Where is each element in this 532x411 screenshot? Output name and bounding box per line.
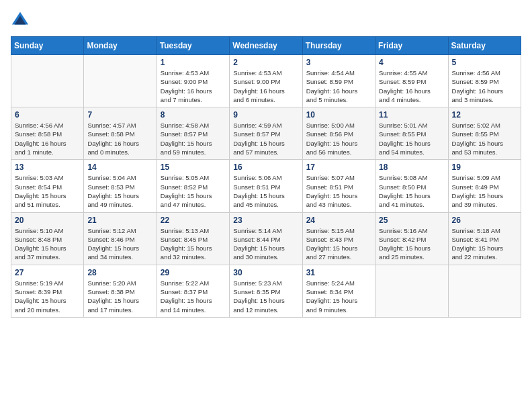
day-number: 12 (452, 110, 517, 120)
calendar-cell (84, 55, 157, 107)
page-header (11, 11, 521, 30)
day-number: 21 (87, 216, 152, 225)
day-number: 17 (306, 163, 371, 172)
day-number: 20 (15, 216, 80, 225)
calendar-cell: 3Sunrise: 4:54 AM Sunset: 8:59 PM Daylig… (302, 55, 375, 107)
calendar-cell: 12Sunrise: 5:02 AM Sunset: 8:55 PM Dayli… (448, 107, 521, 160)
day-number: 18 (379, 163, 444, 172)
day-number: 13 (15, 163, 80, 172)
calendar-cell: 31Sunrise: 5:24 AM Sunset: 8:34 PM Dayli… (302, 265, 375, 317)
day-info: Sunrise: 5:02 AM Sunset: 8:55 PM Dayligh… (452, 121, 517, 156)
calendar-cell: 18Sunrise: 5:08 AM Sunset: 8:50 PM Dayli… (375, 160, 448, 212)
day-info: Sunrise: 4:56 AM Sunset: 8:59 PM Dayligh… (452, 68, 517, 104)
day-info: Sunrise: 5:12 AM Sunset: 8:46 PM Dayligh… (87, 226, 152, 262)
day-info: Sunrise: 5:08 AM Sunset: 8:50 PM Dayligh… (379, 173, 444, 209)
day-number: 3 (306, 58, 371, 67)
day-info: Sunrise: 4:58 AM Sunset: 8:57 PM Dayligh… (161, 121, 226, 156)
weekday-header: Friday (375, 37, 448, 55)
calendar-cell: 1Sunrise: 4:53 AM Sunset: 9:00 PM Daylig… (157, 55, 229, 107)
day-number: 31 (306, 268, 371, 277)
weekday-header: Tuesday (157, 37, 229, 55)
calendar-cell: 11Sunrise: 5:01 AM Sunset: 8:55 PM Dayli… (375, 107, 448, 160)
day-number: 4 (379, 58, 444, 67)
day-info: Sunrise: 4:59 AM Sunset: 8:57 PM Dayligh… (233, 121, 298, 156)
day-info: Sunrise: 5:01 AM Sunset: 8:55 PM Dayligh… (379, 121, 444, 156)
day-number: 14 (87, 163, 152, 172)
calendar-cell: 25Sunrise: 5:16 AM Sunset: 8:42 PM Dayli… (375, 212, 448, 265)
day-number: 22 (161, 216, 226, 225)
calendar-cell: 20Sunrise: 5:10 AM Sunset: 8:48 PM Dayli… (11, 212, 84, 265)
calendar-week-row: 13Sunrise: 5:03 AM Sunset: 8:54 PM Dayli… (11, 160, 521, 212)
calendar-cell: 7Sunrise: 4:57 AM Sunset: 8:58 PM Daylig… (84, 107, 157, 160)
weekday-header: Sunday (11, 37, 84, 55)
day-info: Sunrise: 5:16 AM Sunset: 8:42 PM Dayligh… (379, 226, 444, 262)
calendar-cell: 4Sunrise: 4:55 AM Sunset: 8:59 PM Daylig… (375, 55, 448, 107)
weekday-header: Monday (84, 37, 157, 55)
day-number: 28 (87, 268, 152, 277)
day-number: 7 (87, 110, 152, 120)
day-number: 25 (379, 216, 444, 225)
calendar-cell (448, 265, 521, 317)
day-info: Sunrise: 4:57 AM Sunset: 8:58 PM Dayligh… (87, 121, 152, 156)
weekday-header: Thursday (302, 37, 375, 55)
day-info: Sunrise: 4:54 AM Sunset: 8:59 PM Dayligh… (306, 68, 371, 104)
logo-icon (11, 11, 30, 30)
day-info: Sunrise: 5:06 AM Sunset: 8:51 PM Dayligh… (233, 173, 298, 209)
calendar-week-row: 27Sunrise: 5:19 AM Sunset: 8:39 PM Dayli… (11, 265, 521, 317)
day-info: Sunrise: 5:07 AM Sunset: 8:51 PM Dayligh… (306, 173, 371, 209)
day-info: Sunrise: 5:14 AM Sunset: 8:44 PM Dayligh… (233, 226, 298, 262)
day-number: 19 (452, 163, 517, 172)
calendar-cell (11, 55, 84, 107)
calendar-cell: 2Sunrise: 4:53 AM Sunset: 9:00 PM Daylig… (230, 55, 302, 107)
day-number: 11 (379, 110, 444, 120)
day-info: Sunrise: 5:05 AM Sunset: 8:52 PM Dayligh… (161, 173, 226, 209)
day-number: 29 (161, 268, 226, 277)
weekday-header: Saturday (448, 37, 521, 55)
day-info: Sunrise: 4:53 AM Sunset: 9:00 PM Dayligh… (161, 68, 226, 104)
calendar-cell: 30Sunrise: 5:23 AM Sunset: 8:35 PM Dayli… (230, 265, 302, 317)
day-info: Sunrise: 5:18 AM Sunset: 8:41 PM Dayligh… (452, 226, 517, 262)
day-info: Sunrise: 5:10 AM Sunset: 8:48 PM Dayligh… (15, 226, 80, 262)
day-number: 5 (452, 58, 517, 67)
calendar-week-row: 20Sunrise: 5:10 AM Sunset: 8:48 PM Dayli… (11, 212, 521, 265)
day-info: Sunrise: 4:55 AM Sunset: 8:59 PM Dayligh… (379, 68, 444, 104)
calendar-cell: 13Sunrise: 5:03 AM Sunset: 8:54 PM Dayli… (11, 160, 84, 212)
day-info: Sunrise: 5:23 AM Sunset: 8:35 PM Dayligh… (233, 279, 298, 314)
calendar-table: SundayMondayTuesdayWednesdayThursdayFrid… (11, 36, 521, 318)
day-number: 24 (306, 216, 371, 225)
calendar-week-row: 1Sunrise: 4:53 AM Sunset: 9:00 PM Daylig… (11, 55, 521, 107)
calendar-cell: 24Sunrise: 5:15 AM Sunset: 8:43 PM Dayli… (302, 212, 375, 265)
calendar-cell: 5Sunrise: 4:56 AM Sunset: 8:59 PM Daylig… (448, 55, 521, 107)
day-number: 15 (161, 163, 226, 172)
day-info: Sunrise: 5:19 AM Sunset: 8:39 PM Dayligh… (15, 279, 80, 314)
day-info: Sunrise: 5:09 AM Sunset: 8:49 PM Dayligh… (452, 173, 517, 209)
calendar-cell: 6Sunrise: 4:56 AM Sunset: 8:58 PM Daylig… (11, 107, 84, 160)
calendar-cell: 15Sunrise: 5:05 AM Sunset: 8:52 PM Dayli… (157, 160, 229, 212)
calendar-cell: 10Sunrise: 5:00 AM Sunset: 8:56 PM Dayli… (302, 107, 375, 160)
day-info: Sunrise: 5:20 AM Sunset: 8:38 PM Dayligh… (87, 279, 152, 314)
day-number: 9 (233, 110, 298, 120)
logo (11, 11, 32, 30)
day-info: Sunrise: 5:03 AM Sunset: 8:54 PM Dayligh… (15, 173, 80, 209)
day-number: 8 (161, 110, 226, 120)
day-number: 2 (233, 58, 298, 67)
calendar-cell: 19Sunrise: 5:09 AM Sunset: 8:49 PM Dayli… (448, 160, 521, 212)
calendar-cell: 14Sunrise: 5:04 AM Sunset: 8:53 PM Dayli… (84, 160, 157, 212)
day-info: Sunrise: 5:15 AM Sunset: 8:43 PM Dayligh… (306, 226, 371, 262)
day-info: Sunrise: 5:00 AM Sunset: 8:56 PM Dayligh… (306, 121, 371, 156)
day-info: Sunrise: 5:13 AM Sunset: 8:45 PM Dayligh… (161, 226, 226, 262)
calendar-week-row: 6Sunrise: 4:56 AM Sunset: 8:58 PM Daylig… (11, 107, 521, 160)
day-info: Sunrise: 5:24 AM Sunset: 8:34 PM Dayligh… (306, 279, 371, 314)
calendar-cell: 23Sunrise: 5:14 AM Sunset: 8:44 PM Dayli… (230, 212, 302, 265)
day-number: 1 (161, 58, 226, 67)
day-number: 30 (233, 268, 298, 277)
calendar-cell: 29Sunrise: 5:22 AM Sunset: 8:37 PM Dayli… (157, 265, 229, 317)
day-number: 10 (306, 110, 371, 120)
day-info: Sunrise: 5:04 AM Sunset: 8:53 PM Dayligh… (87, 173, 152, 209)
calendar-cell: 21Sunrise: 5:12 AM Sunset: 8:46 PM Dayli… (84, 212, 157, 265)
day-number: 16 (233, 163, 298, 172)
day-number: 27 (15, 268, 80, 277)
weekday-header: Wednesday (230, 37, 302, 55)
day-info: Sunrise: 5:22 AM Sunset: 8:37 PM Dayligh… (161, 279, 226, 314)
day-number: 23 (233, 216, 298, 225)
